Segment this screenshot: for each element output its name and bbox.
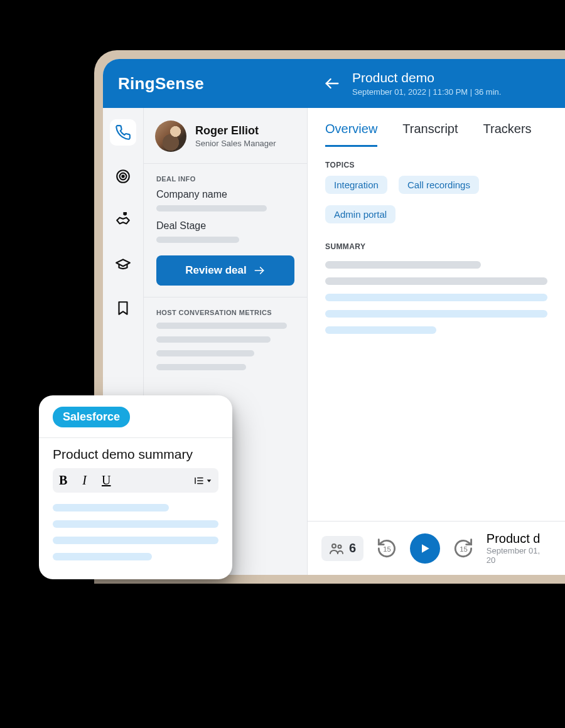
- metric-placeholder: [156, 350, 254, 356]
- page-meta: September 01, 2022 | 11:30 PM | 36 min.: [352, 87, 501, 97]
- skip-back-icon[interactable]: 15: [375, 537, 399, 560]
- svg-text:15: 15: [383, 545, 391, 552]
- metric-placeholder: [156, 323, 287, 329]
- summary-line: [53, 504, 169, 511]
- summary-line: [325, 261, 481, 269]
- company-field: Company name: [144, 189, 307, 220]
- participants-count[interactable]: 6: [321, 536, 363, 561]
- summary-label: SUMMARY: [308, 228, 565, 257]
- underline-button[interactable]: U: [102, 473, 110, 488]
- summary-line: [53, 553, 152, 560]
- review-deal-button[interactable]: Review deal: [156, 255, 294, 286]
- svg-marker-9: [422, 544, 429, 552]
- summary-body: [308, 257, 565, 346]
- summary-line: [53, 520, 218, 528]
- list-icon: [193, 475, 205, 486]
- nav-item-goals[interactable]: [110, 163, 136, 190]
- deal-info-label: DEAL INFO: [144, 164, 307, 189]
- summary-line: [325, 310, 547, 318]
- stage-field: Deal Stage: [144, 220, 307, 252]
- card-body: [53, 504, 218, 560]
- participants-number: 6: [349, 541, 356, 555]
- bookmark-icon: [115, 300, 131, 316]
- svg-point-3: [122, 175, 124, 177]
- back-arrow-icon[interactable]: [323, 75, 341, 92]
- tab-trackers[interactable]: Trackers: [483, 122, 532, 147]
- player-meta: September 01, 20: [487, 546, 551, 565]
- editor-toolbar: B I U: [53, 468, 218, 493]
- play-button[interactable]: [410, 533, 440, 564]
- list-format-button[interactable]: [193, 475, 212, 486]
- people-icon: [329, 541, 344, 556]
- app-header: RingSense Product demo September 01, 202…: [103, 59, 565, 108]
- tab-overview[interactable]: Overview: [325, 122, 377, 147]
- topic-chips: Integration Call recordings Admin portal: [308, 176, 565, 228]
- topic-chip-integration[interactable]: Integration: [325, 176, 387, 194]
- phone-icon: [115, 124, 131, 141]
- metric-placeholder: [156, 336, 271, 343]
- main-panel: Overview Transcript Trackers TOPICS Inte…: [308, 108, 565, 575]
- svg-point-6: [332, 544, 336, 548]
- summary-line: [53, 537, 218, 544]
- tab-transcript[interactable]: Transcript: [402, 122, 458, 147]
- company-label: Company name: [156, 189, 294, 200]
- handshake-icon: $: [115, 212, 131, 228]
- page-title: Product demo: [352, 70, 501, 85]
- target-icon: [115, 168, 131, 185]
- profile-name: Roger Elliot: [195, 124, 276, 137]
- stage-label: Deal Stage: [156, 220, 294, 232]
- metric-placeholder: [156, 364, 246, 370]
- avatar: [155, 120, 186, 152]
- divider: [39, 437, 232, 438]
- brand-name: RingSense: [118, 74, 204, 94]
- summary-line: [325, 326, 436, 334]
- player-bar: 6 15 15 P: [308, 521, 565, 575]
- bold-button[interactable]: B: [59, 473, 67, 488]
- chevron-down-icon: [206, 478, 212, 484]
- topic-chip-call-recordings[interactable]: Call recordings: [399, 176, 479, 194]
- nav-item-coaching[interactable]: [110, 251, 136, 277]
- tab-bar: Overview Transcript Trackers: [308, 108, 565, 147]
- review-deal-label: Review deal: [185, 264, 246, 277]
- player-title-block: Product d September 01, 20: [487, 532, 551, 565]
- profile-role: Senior Sales Manager: [195, 139, 276, 148]
- svg-text:$: $: [124, 212, 127, 216]
- nav-item-bookmarks[interactable]: [110, 295, 136, 321]
- italic-button[interactable]: I: [82, 473, 87, 488]
- arrow-right-icon: [253, 264, 266, 277]
- company-value-placeholder: [156, 205, 267, 211]
- profile-block: Roger Elliot Senior Sales Manager: [144, 108, 307, 164]
- stage-value-placeholder: [156, 237, 239, 243]
- header-title-block: Product demo September 01, 2022 | 11:30 …: [323, 70, 501, 97]
- nav-item-calls[interactable]: [110, 119, 136, 146]
- graduation-cap-icon: [115, 256, 131, 272]
- summary-line: [325, 277, 547, 285]
- salesforce-badge: Salesforce: [53, 407, 130, 427]
- nav-item-deals[interactable]: $: [110, 207, 136, 233]
- topics-label: TOPICS: [308, 147, 565, 176]
- metrics-label: HOST CONVERSATION METRICS: [144, 297, 307, 323]
- topic-chip-admin-portal[interactable]: Admin portal: [325, 205, 396, 223]
- skip-forward-icon[interactable]: 15: [451, 537, 475, 560]
- summary-line: [325, 294, 547, 301]
- salesforce-summary-card: Salesforce Product demo summary B I U: [39, 395, 232, 579]
- play-icon: [419, 542, 431, 555]
- svg-text:15: 15: [460, 545, 468, 552]
- player-title: Product d: [487, 532, 551, 546]
- card-title: Product demo summary: [53, 447, 218, 462]
- svg-marker-15: [207, 479, 212, 482]
- svg-point-7: [338, 545, 342, 548]
- metrics-section: HOST CONVERSATION METRICS: [144, 297, 307, 378]
